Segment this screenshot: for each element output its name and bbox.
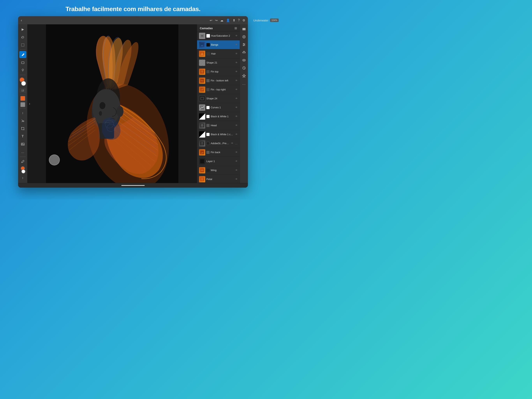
help-icon[interactable]: ? (238, 19, 240, 22)
layer-hair[interactable]: Hair 👁 (197, 49, 240, 58)
brush-tool[interactable] (19, 51, 26, 58)
layer-fin-back[interactable]: Fin back 👁 (197, 148, 240, 157)
share-icon[interactable]: ⬆ (233, 19, 235, 22)
bottom-bg-color[interactable] (21, 169, 25, 174)
canvas-area[interactable]: › (27, 24, 197, 183)
opacity-swatch[interactable] (20, 102, 25, 107)
layer-vis-adobe-1[interactable]: 👁 (231, 142, 234, 145)
layers-icon[interactable] (241, 26, 247, 32)
layer-more-adobe-1[interactable]: … (235, 142, 238, 145)
layer-name-fin-back: Fin back (211, 151, 234, 154)
layer-fin-top[interactable]: Fin top 👁 (197, 67, 240, 76)
back-button[interactable]: ‹ (21, 18, 22, 22)
layer-shape-24[interactable]: Shape 24 👁 (197, 94, 240, 103)
layer-name-hair: Hair (211, 52, 234, 55)
svg-point-79 (243, 60, 244, 61)
smudge-tool[interactable]: ↕ (19, 110, 26, 117)
layer-hue-saturation-2[interactable]: Hue/Saturation 2 👁 (197, 31, 240, 40)
user-icon[interactable]: 👤 (226, 19, 230, 22)
layer-vis-fin-back[interactable]: 👁 (235, 151, 238, 154)
layer-vis-bw-1[interactable]: 👁 (235, 115, 238, 118)
transform-tool[interactable]: ↕ (19, 174, 26, 181)
toolbar-divider-2 (20, 75, 26, 75)
background-color-swatch[interactable] (21, 81, 26, 86)
layer-petal[interactable]: Petal 👁 (197, 175, 240, 183)
layer-name-fin-bottom-left: Fin - bottom left (211, 79, 234, 82)
layers-list[interactable]: Hue/Saturation 2 👁 Bangs 👁 (197, 31, 240, 183)
layer-fin-bottom-left[interactable]: Fin - bottom left 👁 (197, 76, 240, 85)
scroll-left-indicator: › (29, 102, 30, 106)
main-content: ▶ (18, 24, 248, 183)
layer-mask-fin-tr (206, 88, 209, 91)
layer-mask-curves (206, 106, 209, 109)
app-window: ‹ Underwater 104% ↩ ↪ ☁ 👤 ⬆ ? ⚙ ▶ (18, 16, 248, 188)
layer-name-shape-24: Shape 24 (206, 97, 234, 100)
svg-rect-65 (242, 30, 246, 30)
layer-vis-curves[interactable]: 👁 (235, 106, 238, 109)
layer-vis-bangs[interactable]: 👁 (235, 43, 238, 46)
layer-mask-bw-1 (206, 115, 209, 118)
svg-point-30 (100, 102, 105, 109)
eyedropper-tool[interactable] (19, 158, 26, 165)
layer-mask-bangs (206, 43, 210, 46)
adjustments-icon[interactable] (241, 41, 247, 48)
more-icon-right[interactable]: … (241, 80, 247, 87)
select-tool[interactable]: ▶ (19, 26, 26, 33)
layer-wing[interactable]: Wing 👁 (197, 166, 240, 175)
marquee-tool[interactable] (19, 41, 26, 49)
layer-vis-fin-tr[interactable]: 👁 (235, 88, 238, 91)
brush-size[interactable]: 13 (19, 88, 26, 93)
svg-point-51 (201, 126, 203, 127)
svg-rect-54 (201, 144, 203, 145)
layer-curves-1[interactable]: Curves 1 👁 (197, 103, 240, 112)
layer-name-head: Head (211, 124, 234, 127)
layer-name-wing: Wing (211, 169, 234, 172)
fill-color-swatch[interactable] (20, 96, 25, 101)
more-tools[interactable]: … (19, 148, 26, 155)
settings-icon[interactable]: ⚙ (242, 19, 245, 22)
clone-tool[interactable] (19, 67, 26, 74)
layer-vis-petal[interactable]: 👁 (235, 178, 238, 180)
svg-point-50 (201, 124, 203, 127)
layer-head[interactable]: Head 👁 (197, 121, 240, 130)
layer-vis-bw-copy[interactable]: 👁 (235, 133, 238, 136)
layer-vis-head[interactable]: 👁 (235, 124, 238, 127)
history-icon[interactable] (241, 65, 247, 71)
layer-bangs[interactable]: Bangs 👁 (197, 40, 240, 49)
fill-tool[interactable] (19, 117, 26, 124)
bottom-bar (18, 183, 248, 188)
layer-vis-wing[interactable]: 👁 (235, 169, 238, 172)
layer-vis-hue-sat-2[interactable]: 👁 (235, 34, 238, 37)
layer-vis-hair[interactable]: 👁 (235, 52, 238, 55)
properties-icon[interactable] (241, 34, 247, 40)
layer-bw-1-copy[interactable]: Black & White 1 copy 👁 (197, 130, 240, 139)
eye-icon[interactable] (241, 57, 247, 63)
layer-adobe-preview-1[interactable]: AdobeSt...Preview-1 👁 … (197, 139, 240, 148)
cloud-icon[interactable]: ☁ (220, 19, 223, 22)
redo-icon[interactable]: ↪ (215, 19, 217, 22)
eraser-tool[interactable] (19, 59, 26, 66)
layer-1[interactable]: Layer 1 👁 (197, 157, 240, 166)
layers-panel: Camadas ⊞ Hue/Saturation 2 👁 (197, 24, 240, 183)
layer-shape-21[interactable]: Shape 21 👁 (197, 58, 240, 67)
layer-mask-hue-sat-2 (206, 34, 210, 38)
float-handle[interactable] (49, 154, 60, 165)
layer-thumb-petal (199, 176, 205, 182)
lasso-tool[interactable] (19, 34, 26, 41)
layer-bw-1[interactable]: Black & White 1 👁 (197, 112, 240, 121)
effects-icon[interactable] (241, 73, 247, 79)
layer-fin-top-right[interactable]: Fin - top right 👁 (197, 85, 240, 94)
layer-vis-fin-top[interactable]: 👁 (235, 70, 238, 73)
undo-icon[interactable]: ↩ (210, 19, 212, 22)
layer-vis-fin-bl[interactable]: 👁 (235, 79, 238, 82)
text-tool[interactable]: T (19, 133, 26, 140)
layer-vis-shape-24[interactable]: 👁 (235, 97, 238, 100)
add-layer-icon[interactable] (241, 49, 247, 56)
layer-name-bw-1: Black & White 1 (211, 115, 234, 118)
layer-vis-layer-1[interactable]: 👁 (235, 160, 238, 163)
crop-tool[interactable] (19, 125, 26, 132)
layer-thumb-fin-tr (199, 86, 205, 93)
layers-panel-icon[interactable]: ⊞ (234, 26, 237, 30)
layer-vis-shape-21[interactable]: 👁 (235, 61, 238, 64)
image-tool[interactable] (19, 141, 26, 148)
